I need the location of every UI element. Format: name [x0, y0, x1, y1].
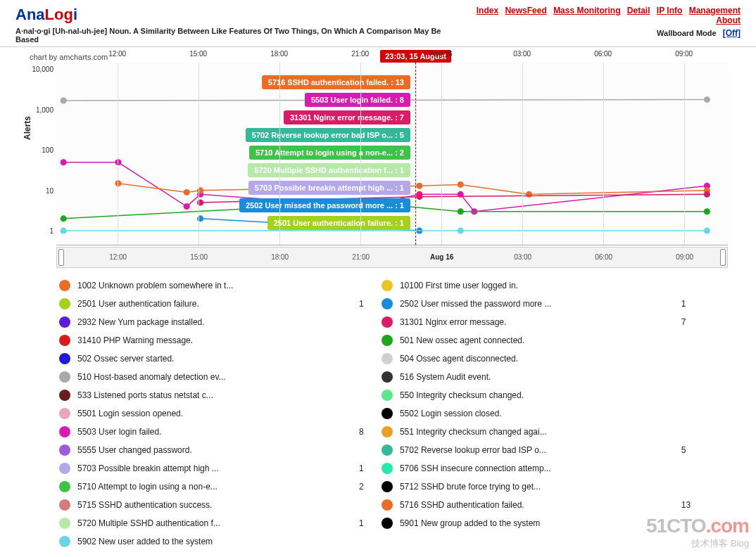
scroll-handle-right[interactable] — [720, 249, 726, 266]
legend-swatch — [59, 463, 70, 474]
legend-count: 1 — [359, 463, 376, 473]
legend-item[interactable]: 2932 New Yum package installed. — [56, 313, 379, 331]
legend-label: 5712 SSHD brute force trying to get... — [400, 482, 660, 492]
legend-item[interactable]: 504 Ossec agent disconnected. — [379, 350, 701, 368]
wallboard-label: Wallboard Mode — [657, 29, 719, 37]
legend-item[interactable]: 5503 User login failed.8 — [56, 423, 379, 441]
legend-item[interactable]: 533 Listened ports status netstat c... — [56, 386, 379, 404]
legend-item[interactable]: 551 Integrity checksum changed agai... — [379, 423, 701, 441]
legend-label: 5901 New group added to the system — [400, 518, 660, 528]
legend-item[interactable]: 5902 New user added to the system — [56, 532, 379, 551]
legend-item[interactable]: 5555 User changed password. — [56, 441, 379, 459]
legend-item[interactable]: 5702 Reverse lookup error bad ISP o...5 — [379, 441, 701, 459]
watermark-tld: .com — [706, 515, 749, 537]
nav-newsfeed[interactable]: NewsFeed — [505, 6, 546, 15]
legend-item[interactable]: 31410 PHP Warning message. — [56, 331, 379, 350]
wallboard-toggle[interactable]: [Off] — [723, 28, 741, 38]
tooltip-item: 2501 User authentication failure. : 1 — [267, 216, 410, 230]
legend-swatch — [59, 371, 70, 383]
scroller-tick: 09:00 — [676, 253, 693, 261]
x-tick: Aug 16 — [430, 50, 453, 58]
legend-swatch — [382, 280, 393, 291]
legend-item[interactable]: 10100 First time user logged in. — [379, 276, 701, 295]
legend-swatch — [382, 353, 393, 364]
tooltip-item: 5503 User login failed. : 8 — [305, 93, 410, 107]
scroller-tick: 12:00 — [109, 253, 127, 261]
legend: 1002 Unknown problem somewhere in t...25… — [56, 276, 728, 551]
legend-count: 1 — [359, 518, 376, 528]
legend-label: 533 Listened ports status netstat c... — [77, 390, 338, 400]
tooltip-item: 5703 Possible breakin attempt high ... :… — [248, 181, 410, 195]
tooltip-item: 5710 Attempt to login using a non-e... :… — [249, 146, 410, 160]
legend-swatch — [59, 390, 70, 401]
nav-index[interactable]: Index — [477, 6, 498, 15]
legend-item[interactable]: 31301 Nginx error message.7 — [379, 313, 701, 331]
tooltip-item: 5716 SSHD authentication failed. : 13 — [262, 75, 410, 89]
plot-surface[interactable]: 23:03, 15 August 5716 SSHD authenticatio… — [56, 63, 728, 245]
legend-item[interactable]: 5706 SSH insecure connection attemp... — [379, 459, 701, 478]
legend-item[interactable]: 5502 Login session closed. — [379, 404, 701, 423]
legend-count: 5 — [681, 445, 698, 455]
legend-label: 2502 User missed the password more ... — [400, 299, 660, 309]
y-tick: 10 — [27, 187, 53, 195]
legend-count: 1 — [359, 299, 376, 309]
legend-label: 516 System Audit event. — [400, 372, 660, 382]
legend-count: 7 — [681, 317, 698, 327]
legend-label: 5555 User changed password. — [77, 445, 338, 455]
scroll-handle-left[interactable] — [58, 249, 64, 266]
legend-swatch — [59, 536, 70, 547]
nav-area: Index NewsFeed Mass Monitoring Detail IP… — [451, 6, 741, 38]
legend-label: 5501 Login session opened. — [77, 409, 338, 418]
legend-swatch — [382, 499, 393, 511]
legend-swatch — [59, 408, 70, 419]
tooltip-stack: 5716 SSHD authentication failed. : 13550… — [239, 75, 410, 230]
y-axis-label: Alerts — [23, 115, 32, 139]
legend-item[interactable]: 5710 Attempt to login using a non-e...2 — [56, 478, 379, 496]
nav-detail[interactable]: Detail — [627, 6, 650, 15]
legend-label: 31410 PHP Warning message. — [77, 335, 338, 345]
legend-label: 5702 Reverse lookup error bad ISP o... — [400, 445, 660, 455]
legend-swatch — [382, 390, 393, 401]
legend-item[interactable]: 501 New ossec agent connected. — [379, 331, 701, 350]
legend-item[interactable]: 2502 User missed the password more ...1 — [379, 295, 701, 313]
nav-about[interactable]: About — [716, 15, 741, 25]
legend-item[interactable]: 5720 Multiple SSHD authentication f...1 — [56, 514, 379, 532]
legend-label: 5706 SSH insecure connection attemp... — [400, 463, 660, 473]
legend-label: 1002 Unknown problem somewhere in t... — [77, 281, 338, 290]
legend-item[interactable]: 5501 Login session opened. — [56, 404, 379, 423]
legend-swatch — [59, 481, 70, 492]
legend-swatch — [59, 298, 70, 309]
tooltip-item: 2502 User missed the password more ... :… — [239, 198, 410, 212]
scroller-tick: 21:00 — [352, 253, 370, 261]
tooltip-item: 5702 Reverse lookup error bad ISP o... :… — [246, 128, 410, 142]
y-tick: 100 — [27, 146, 53, 154]
legend-item[interactable]: 2501 User authentication failure.1 — [56, 295, 379, 313]
nav-management[interactable]: Management — [689, 6, 741, 15]
legend-item[interactable]: 5715 SSHD authentication success. — [56, 496, 379, 514]
scroller-tick: 18:00 — [271, 253, 289, 261]
legend-item[interactable]: 510 Host-based anomaly detection ev... — [56, 368, 379, 386]
x-tick: 18:00 — [270, 50, 288, 58]
chart-plot[interactable]: Alerts 23:03, 15 August 5716 SSHD authen… — [56, 63, 728, 245]
time-scroller[interactable]: 12:0015:0018:0021:00Aug 1603:0006:0009:0… — [56, 247, 728, 268]
legend-count: 13 — [681, 500, 698, 510]
logo-part2: Log — [45, 6, 73, 23]
legend-item[interactable]: 1002 Unknown problem somewhere in t... — [56, 276, 379, 295]
legend-item[interactable]: 502 Ossec server started. — [56, 350, 379, 368]
legend-item[interactable]: 5716 SSHD authentication failed.13 — [379, 496, 701, 514]
legend-item[interactable]: 5703 Possible breakin attempt high ...1 — [56, 459, 379, 478]
legend-item[interactable]: 550 Integrity checksum changed. — [379, 386, 701, 404]
legend-swatch — [59, 316, 70, 328]
legend-swatch — [59, 280, 70, 291]
y-tick: 1 — [27, 227, 53, 235]
legend-item[interactable]: 516 System Audit event. — [379, 368, 701, 386]
x-tick: 15:00 — [189, 50, 207, 58]
scroller-tick: 03:00 — [514, 253, 531, 261]
legend-count: 1 — [681, 299, 698, 309]
legend-swatch — [59, 444, 70, 456]
nav-mass-monitoring[interactable]: Mass Monitoring — [553, 6, 620, 15]
legend-item[interactable]: 5712 SSHD brute force trying to get... — [379, 478, 701, 496]
legend-label: 502 Ossec server started. — [77, 354, 338, 364]
header: AnaLogi A·nal·o·gi [Uh-nal-uh-jee] Noun.… — [0, 0, 756, 47]
nav-ip-info[interactable]: IP Info — [657, 6, 682, 15]
